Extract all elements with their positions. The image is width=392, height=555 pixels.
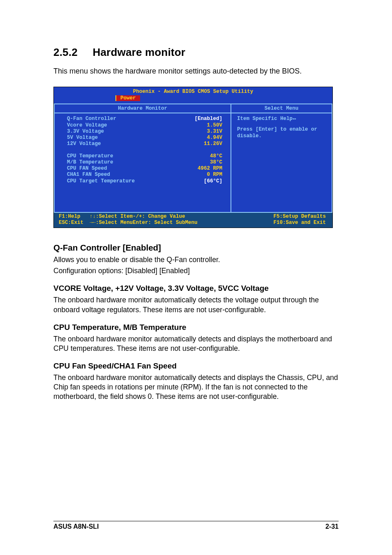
setting-label: CPU Temperature bbox=[67, 153, 185, 159]
keyhint: Enter: Select SubMenu bbox=[133, 220, 235, 226]
body-text: Configuration options: [Disabled] [Enabl… bbox=[53, 266, 339, 276]
bios-title: Phoenix - Award BIOS CMOS Setup Utility bbox=[54, 87, 332, 95]
setting-row: M/B Temperature 38°C bbox=[67, 159, 222, 166]
bios-frame: Hardware Monitor Select Menu Q-Fan Contr… bbox=[54, 104, 332, 213]
setting-label: 5V Voltage bbox=[67, 135, 185, 141]
setting-row[interactable]: CPU Target Temperature [66°C] bbox=[67, 178, 222, 184]
arrow-right-icon bbox=[293, 116, 296, 122]
section-number: 2.5.2 bbox=[53, 46, 90, 59]
setting-value: 0 RPM bbox=[185, 172, 222, 178]
bios-keyhint-bar: F1:Help ↑↓:Select Item -/+: Change Value… bbox=[54, 213, 332, 228]
section-heading: 2.5.2 Hardware monitor bbox=[53, 46, 339, 59]
setting-row[interactable]: Q-Fan Controller [Enabled] bbox=[67, 116, 222, 122]
bios-settings-panel: Q-Fan Controller [Enabled] Vcore Voltage… bbox=[55, 113, 231, 212]
setting-label: CPU Target Temperature bbox=[67, 178, 185, 184]
subsection-heading: CPU Temperature, M/B Temperature bbox=[53, 323, 339, 332]
bios-screenshot: Phoenix - Award BIOS CMOS Setup Utility … bbox=[53, 87, 333, 228]
body-text: Allows you to enable or disable the Q-Fa… bbox=[53, 255, 339, 265]
body-text: The onboard hardware monitor automatical… bbox=[53, 373, 339, 401]
footer-page-number: 2-31 bbox=[325, 523, 339, 530]
setting-value: 4.94V bbox=[185, 135, 222, 141]
setting-label: Vcore Voltage bbox=[67, 122, 185, 129]
setting-row: CPU Temperature 48°C bbox=[67, 153, 222, 159]
setting-row: 12V Voltage 11.26V bbox=[67, 141, 222, 147]
bios-header-right: Select Menu bbox=[231, 104, 332, 113]
keyhint: ESC:Exit →←:Select Menu bbox=[59, 220, 133, 226]
help-title: Item Specific Help bbox=[237, 116, 293, 122]
setting-row: 5V Voltage 4.94V bbox=[67, 135, 222, 141]
body-text: The onboard hardware monitor automatical… bbox=[53, 295, 339, 314]
body-text: The onboard hardware monitor automatical… bbox=[53, 334, 339, 353]
page-footer: ASUS A8N-SLI 2-31 bbox=[53, 521, 339, 530]
setting-value: [66°C] bbox=[185, 178, 222, 184]
setting-label: M/B Temperature bbox=[67, 159, 185, 166]
bios-tab-row: Power bbox=[54, 95, 332, 104]
setting-value: 4962 RPM bbox=[185, 166, 222, 172]
setting-label: CPU FAN Speed bbox=[67, 166, 185, 172]
setting-row: CPU FAN Speed 4962 RPM bbox=[67, 166, 222, 172]
subsection-heading: CPU Fan Speed/CHA1 Fan Speed bbox=[53, 362, 339, 371]
bios-active-tab[interactable]: Power bbox=[115, 95, 140, 101]
setting-label: Q-Fan Controller bbox=[67, 116, 185, 122]
setting-row: 3.3V Voltage 3.31V bbox=[67, 129, 222, 135]
setting-value: 1.50V bbox=[185, 122, 222, 129]
setting-label: CHA1 FAN Speed bbox=[67, 172, 185, 178]
keyhint: F5:Setup Defaults bbox=[235, 214, 328, 220]
subsection-heading: Q-Fan Controller [Enabled] bbox=[53, 243, 339, 253]
keyhint: -/+: Change Value bbox=[133, 214, 235, 220]
setting-value: 38°C bbox=[185, 159, 222, 166]
setting-value: 3.31V bbox=[185, 129, 222, 135]
setting-label: 3.3V Voltage bbox=[67, 129, 185, 135]
setting-value: [Enabled] bbox=[185, 116, 222, 122]
setting-value: 11.26V bbox=[185, 141, 222, 147]
section-title: Hardware monitor bbox=[92, 46, 185, 58]
bios-help-panel: Item Specific Help Press [Enter] to enab… bbox=[231, 113, 332, 212]
setting-row: CHA1 FAN Speed 0 RPM bbox=[67, 172, 222, 178]
setting-label: 12V Voltage bbox=[67, 141, 185, 147]
bios-column-headers: Hardware Monitor Select Menu bbox=[55, 104, 332, 113]
keyhint: F10:Save and Exit bbox=[235, 220, 328, 226]
setting-value: 48°C bbox=[185, 153, 222, 159]
subsection-heading: VCORE Voltage, +12V Voltage, 3.3V Voltag… bbox=[53, 284, 339, 293]
footer-product: ASUS A8N-SLI bbox=[53, 523, 99, 530]
help-body: Press [Enter] to enable or disable. bbox=[237, 127, 326, 139]
bios-header-left: Hardware Monitor bbox=[55, 104, 231, 113]
setting-row: Vcore Voltage 1.50V bbox=[67, 122, 222, 129]
intro-paragraph: This menu shows the hardware monitor set… bbox=[53, 66, 339, 76]
keyhint: F1:Help ↑↓:Select Item bbox=[59, 214, 133, 220]
